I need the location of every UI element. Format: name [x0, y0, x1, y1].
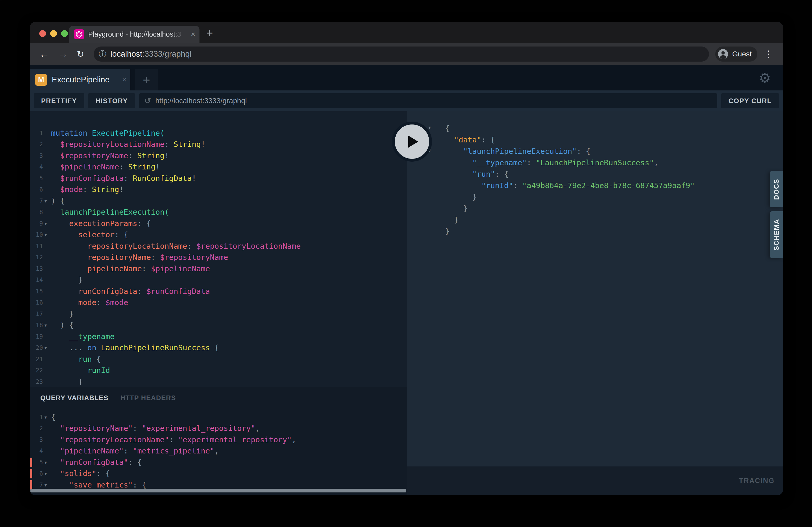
- schema-side-tab[interactable]: SCHEMA: [770, 211, 783, 258]
- code-text: }: [51, 310, 74, 318]
- code-text: "run": {: [445, 170, 508, 179]
- code-line[interactable]: 5▾ "runConfigData": {: [30, 456, 407, 468]
- browser-tab-close-icon[interactable]: ×: [191, 30, 195, 38]
- fold-arrow-icon[interactable]: ▾: [44, 322, 47, 328]
- fold-arrow-icon[interactable]: ▾: [44, 232, 47, 238]
- code-line[interactable]: 9▾ executionParams: {: [30, 218, 407, 229]
- address-bar[interactable]: ⓘ localhost:3333/graphql: [93, 46, 709, 62]
- code-line[interactable]: 3 $repositoryName: String!: [30, 150, 407, 161]
- code-text: }: [445, 215, 459, 224]
- horizontal-scrollbar[interactable]: [30, 489, 406, 493]
- line-number: 15: [30, 288, 43, 295]
- response-line: "run": {: [407, 168, 783, 180]
- query-editor-pane[interactable]: 1mutation ExecutePipeline(2 $repositoryL…: [30, 111, 407, 495]
- code-line[interactable]: 3 "repositoryLocationName": "experimenta…: [30, 434, 407, 446]
- code-line[interactable]: 1mutation ExecutePipeline(: [30, 127, 407, 139]
- copy-curl-button[interactable]: COPY CURL: [721, 93, 779, 108]
- code-text: }: [445, 227, 449, 236]
- code-line[interactable]: 5 $runConfigData: RunConfigData!: [30, 172, 407, 184]
- fold-arrow-icon[interactable]: ▾: [44, 460, 47, 465]
- history-button[interactable]: HISTORY: [88, 93, 135, 108]
- code-line[interactable]: 12 repositoryName: $repositoryName: [30, 252, 407, 263]
- code-line[interactable]: 14 }: [30, 274, 407, 286]
- code-line[interactable]: 23 }: [30, 376, 407, 387]
- response-line: ▾{: [407, 123, 783, 134]
- code-line[interactable]: 17 }: [30, 308, 407, 320]
- code-text: $mode: String!: [51, 185, 124, 194]
- line-number: 4: [30, 164, 43, 170]
- reload-icon[interactable]: ↻: [74, 50, 87, 59]
- code-line[interactable]: 19 __typename: [30, 331, 407, 342]
- new-session-tab-button[interactable]: +: [135, 69, 158, 90]
- fold-arrow-icon[interactable]: ▾: [429, 125, 431, 130]
- line-number: 3: [30, 152, 43, 159]
- code-text: repositoryLocationName: $repositoryLocat…: [51, 242, 301, 251]
- zoom-window-button[interactable]: [61, 30, 68, 37]
- fold-arrow-icon[interactable]: ▾: [44, 345, 47, 350]
- line-number: 14: [30, 276, 43, 283]
- docs-side-tab[interactable]: DOCS: [770, 171, 783, 207]
- variables-editor[interactable]: 1▾{2 "repositoryName": "experimental_rep…: [30, 402, 407, 491]
- code-line[interactable]: 4 "pipelineName": "metrics_pipeline",: [30, 446, 407, 457]
- back-icon[interactable]: ←: [36, 49, 52, 59]
- code-text: ) {: [51, 196, 64, 205]
- code-line[interactable]: 15 runConfigData: $runConfigData: [30, 286, 407, 297]
- fold-arrow-icon[interactable]: ▾: [44, 471, 47, 476]
- line-number: 21: [30, 356, 43, 362]
- line-number: 18▾: [30, 322, 43, 329]
- code-line[interactable]: 21 run {: [30, 353, 407, 365]
- code-line[interactable]: 10▾ selector: {: [30, 229, 407, 241]
- tracing-bar[interactable]: TRACING: [407, 466, 783, 495]
- browser-new-tab-button[interactable]: +: [206, 27, 213, 39]
- code-line[interactable]: 2 $repositoryLocationName: String!: [30, 139, 407, 150]
- settings-gear-icon[interactable]: ⚙: [759, 71, 771, 85]
- session-tab-executepipeline[interactable]: M ExecutePipeline ×: [30, 69, 130, 90]
- response-pane: ▾{▾ "data": {▾ "launchPipelineExecution"…: [407, 111, 783, 495]
- code-line[interactable]: 1▾{: [30, 411, 407, 423]
- line-number: 4: [30, 448, 43, 454]
- fold-arrow-icon[interactable]: ▾: [44, 221, 47, 226]
- site-info-icon[interactable]: ⓘ: [99, 49, 106, 59]
- code-text: repositoryName: $repositoryName: [51, 253, 228, 262]
- minimize-window-button[interactable]: [50, 30, 57, 37]
- code-line[interactable]: 2 "repositoryName": "experimental_reposi…: [30, 423, 407, 434]
- line-number: 11: [30, 243, 43, 250]
- browser-tab[interactable]: Playground - http://localhost:3 ×: [69, 26, 200, 43]
- code-line[interactable]: 11 repositoryLocationName: $repositoryLo…: [30, 240, 407, 252]
- forward-icon[interactable]: →: [55, 49, 71, 59]
- browser-menu-icon[interactable]: ⋮: [760, 49, 777, 60]
- query-editor[interactable]: 1mutation ExecutePipeline(2 $repositoryL…: [30, 111, 407, 387]
- endpoint-input[interactable]: ↺ http://localhost:3333/graphql: [139, 93, 717, 108]
- code-line[interactable]: 18▾ ) {: [30, 320, 407, 331]
- close-window-button[interactable]: [39, 30, 46, 37]
- desktop-background: Playground - http://localhost:3 × + ← → …: [0, 0, 812, 527]
- code-line[interactable]: 20▾ ... on LaunchPipelineRunSuccess {: [30, 342, 407, 354]
- line-number: 22: [30, 367, 43, 374]
- code-text: "runConfigData": {: [51, 458, 142, 467]
- session-tab-close-icon[interactable]: ×: [122, 75, 127, 84]
- line-number: 20▾: [30, 344, 43, 351]
- tab-http-headers[interactable]: HTTP HEADERS: [120, 394, 176, 402]
- endpoint-url: http://localhost:3333/graphql: [155, 97, 247, 105]
- execute-play-button[interactable]: [392, 122, 432, 162]
- code-line[interactable]: 22 runId: [30, 365, 407, 376]
- code-line[interactable]: 6 $mode: String!: [30, 184, 407, 195]
- profile-button[interactable]: Guest: [715, 46, 757, 62]
- fold-arrow-icon[interactable]: ▾: [44, 415, 47, 420]
- fold-arrow-icon[interactable]: ▾: [44, 482, 47, 488]
- fold-arrow-icon[interactable]: ▾: [44, 198, 47, 204]
- code-line[interactable]: 8 launchPipelineExecution(: [30, 207, 407, 218]
- code-line[interactable]: 13 pipelineName: $pipelineName: [30, 263, 407, 274]
- response-line: }: [407, 214, 783, 226]
- line-number: 10▾: [30, 231, 43, 238]
- code-text: "repositoryName": "experimental_reposito…: [51, 424, 260, 433]
- code-line[interactable]: 16 mode: $mode: [30, 297, 407, 308]
- graphql-favicon-icon: [74, 29, 84, 39]
- code-text: $repositoryName: String!: [51, 151, 169, 160]
- code-line[interactable]: 6▾ "solids": {: [30, 468, 407, 479]
- code-line[interactable]: 4 $pipelineName: String!: [30, 161, 407, 173]
- code-line[interactable]: 7▾) {: [30, 195, 407, 207]
- tab-query-variables[interactable]: QUERY VARIABLES: [40, 394, 108, 402]
- line-number: 7▾: [30, 482, 43, 488]
- prettify-button[interactable]: PRETTIFY: [34, 93, 84, 108]
